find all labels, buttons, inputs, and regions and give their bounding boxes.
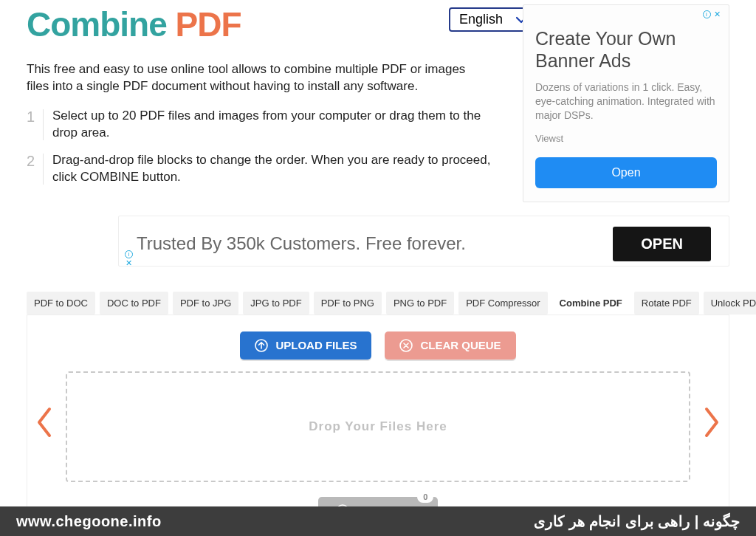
sidebar-ad: i ✕ Create Your Own Banner Ads Dozens of… [523,4,729,202]
tab-combine-pdf[interactable]: Combine PDF [552,292,630,315]
tab-rotate-pdf[interactable]: Rotate PDF [634,292,699,315]
info-icon: i [703,10,711,18]
info-icon: i [125,250,133,258]
instruction-step: 1 Select up to 20 PDF files and images f… [27,108,508,142]
step-text: Select up to 20 PDF files and images fro… [44,108,508,142]
logo-part1: Combine [27,5,176,44]
tab-jpg-to-pdf[interactable]: JPG to PDF [243,292,309,315]
language-select[interactable]: English [449,7,534,32]
tab-pdf-to-png[interactable]: PDF to PNG [314,292,382,315]
banner-ad-open-button[interactable]: OPEN [613,227,711,261]
work-area: UPLOAD FILES CLEAR QUEUE Drop Your Files… [27,315,729,532]
clear-label: CLEAR QUEUE [420,339,501,351]
banner-ad: i ✕ Trusted By 350k Customers. Free fore… [118,216,729,267]
step-text: Drag-and-drop file blocks to change the … [44,152,508,186]
close-icon[interactable]: ✕ [126,258,132,268]
instruction-step: 2 Drag-and-drop file blocks to change th… [27,152,508,186]
tab-png-to-pdf[interactable]: PNG to PDF [386,292,454,315]
footer-tagline: چگونه | راهی برای انجام هر کاری [534,512,740,530]
drop-text: Drop Your Files Here [309,419,447,434]
clear-icon [399,339,413,352]
tool-tabs: PDF to DOCDOC to PDFPDF to JPGJPG to PDF… [27,292,729,315]
file-drop-area[interactable]: Drop Your Files Here [66,371,690,482]
banner-ad-text: Trusted By 350k Customers. Free forever. [137,233,613,254]
page-footer: www.chegoone.info چگونه | راهی برای انجا… [0,506,756,536]
upload-files-button[interactable]: UPLOAD FILES [240,331,371,360]
ad-badge[interactable]: i ✕ [703,10,721,19]
ad-title: Create Your Own Banner Ads [535,27,717,72]
page-description: This free and easy to use online tool al… [27,61,470,95]
step-number: 2 [27,152,43,186]
combine-count-badge: 0 [417,491,433,503]
next-arrow[interactable] [702,406,721,441]
tab-unlock-pdf[interactable]: Unlock PDF [704,292,756,315]
footer-url: www.chegoone.info [16,513,162,530]
site-logo: Combine PDF [27,6,508,44]
ad-badge[interactable]: i ✕ [125,250,133,268]
upload-label: UPLOAD FILES [275,339,357,351]
prev-arrow[interactable] [35,406,54,441]
clear-queue-button[interactable]: CLEAR QUEUE [385,331,515,360]
ad-open-button[interactable]: Open [535,157,717,188]
instructions-list: 1 Select up to 20 PDF files and images f… [27,108,508,186]
language-selected: English [459,12,503,27]
upload-icon [255,339,268,352]
tab-pdf-to-doc[interactable]: PDF to DOC [27,292,95,315]
close-icon[interactable]: ✕ [714,10,721,19]
step-number: 1 [27,108,43,142]
tab-pdf-to-jpg[interactable]: PDF to JPG [173,292,238,315]
logo-part2: PDF [176,5,241,44]
ad-brand: Viewst [535,133,717,144]
ad-body: Dozens of variations in 1 click. Easy, e… [535,80,717,123]
tab-pdf-compressor[interactable]: PDF Compressor [458,292,547,315]
tab-doc-to-pdf[interactable]: DOC to PDF [100,292,168,315]
